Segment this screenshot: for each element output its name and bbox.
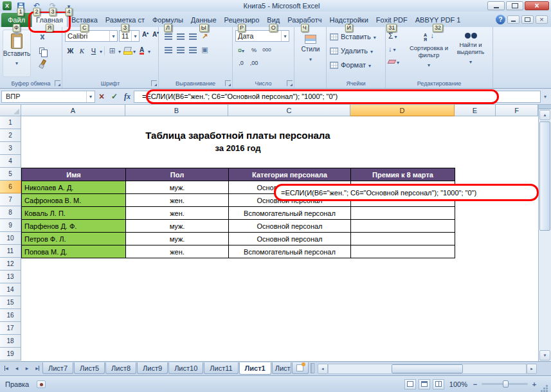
cell-a9[interactable]: Парфенов Д. Ф. — [22, 220, 126, 233]
zoom-thumb[interactable] — [503, 380, 509, 388]
cell-c6[interactable]: Основной персонал — [229, 181, 351, 194]
tab-review[interactable]: Рецензиро Р — [221, 13, 264, 27]
fill-color-dropdown-icon[interactable] — [133, 47, 136, 55]
sheet-title[interactable]: Таблица заработной платы персонала — [21, 129, 455, 142]
row-header-17[interactable]: 17 — [0, 322, 21, 335]
enter-button[interactable] — [108, 91, 121, 103]
cell-a11[interactable]: Попова М. Д. — [22, 245, 126, 258]
cell-b6[interactable]: муж. — [126, 181, 229, 194]
row-header-5[interactable]: 5 — [0, 168, 21, 181]
sheet-tab-partial[interactable]: Лист — [272, 362, 291, 374]
cell-d6[interactable] — [351, 181, 455, 194]
row-header-16[interactable]: 16 — [0, 309, 21, 322]
previous-sheet-button[interactable] — [12, 363, 22, 373]
row-header-19[interactable]: 19 — [0, 348, 21, 361]
sheet-tab-list8[interactable]: Лист8 — [105, 362, 136, 374]
insert-sheet-button[interactable] — [292, 362, 309, 374]
cell-c8[interactable]: Вспомогательный персонал — [229, 207, 351, 220]
row-header-15[interactable]: 15 — [0, 296, 21, 309]
font-color-dropdown-icon[interactable] — [148, 47, 150, 55]
row-header-2[interactable]: 2 — [0, 129, 21, 142]
insert-function-button[interactable]: fx — [121, 91, 134, 103]
cell-c10[interactable]: Основной персонал — [229, 233, 351, 245]
cell-d10[interactable] — [351, 233, 455, 245]
italic-button[interactable]: К — [77, 45, 87, 56]
sheet-tab-list9[interactable]: Лист9 — [137, 362, 168, 374]
workbook-restore-button[interactable] — [521, 15, 534, 24]
clear-button[interactable] — [388, 57, 399, 67]
horizontal-scrollbar[interactable] — [318, 363, 537, 374]
row-header-11[interactable]: 11 — [0, 245, 21, 258]
undo-button[interactable]: 2 — [30, 1, 44, 11]
chevron-down-icon[interactable] — [281, 31, 289, 41]
fill-color-button[interactable] — [122, 45, 132, 56]
currency-format-button[interactable]: ¤ — [235, 44, 247, 55]
sheet-tab-list5[interactable]: Лист5 — [74, 362, 105, 374]
workbook-close-button[interactable] — [536, 15, 548, 24]
font-name-combo[interactable]: Calibri — [65, 30, 118, 42]
horizontal-scroll-track[interactable] — [328, 364, 527, 374]
cell-d7[interactable] — [351, 194, 455, 207]
sheet-tab-list10[interactable]: Лист10 — [168, 362, 203, 374]
zoom-level[interactable]: 100% — [447, 380, 469, 388]
tab-abbyy-pdf[interactable]: ABBYY PDF 1 32 — [411, 13, 465, 27]
underline-button[interactable]: Ч — [88, 45, 99, 56]
bold-button[interactable]: Ж — [65, 45, 76, 56]
page-break-view-button[interactable] — [433, 379, 444, 389]
formula-input[interactable]: =ЕСЛИ(И(В6="жен."; С6="Основной персонал… — [134, 91, 541, 103]
cell-a7[interactable]: Сафронова В. М. — [22, 194, 126, 207]
cell-a8[interactable]: Коваль Л. П. — [22, 207, 126, 220]
close-button[interactable] — [525, 1, 549, 10]
increase-decimal-button[interactable]: ,0 — [235, 57, 247, 68]
cell-b7[interactable]: жен. — [126, 194, 229, 207]
autosum-button[interactable] — [388, 31, 399, 41]
redo-button[interactable]: 3 — [46, 1, 60, 11]
cell-a10[interactable]: Петров Ф. Л. — [22, 233, 126, 245]
borders-button[interactable] — [107, 45, 118, 56]
find-select-button[interactable]: Найти и выделить — [451, 33, 491, 65]
cut-button[interactable] — [35, 31, 49, 42]
cell-c7[interactable]: Основной персонал — [229, 194, 351, 207]
vertical-scrollbar[interactable] — [538, 105, 551, 361]
column-header-d[interactable]: D — [350, 105, 455, 116]
comma-format-button[interactable]: 000 — [261, 44, 273, 55]
zoom-out-button[interactable] — [471, 380, 479, 388]
format-painter-button[interactable] — [35, 58, 49, 69]
tab-addins[interactable]: Надстройки Й — [325, 13, 372, 27]
scroll-up-button[interactable] — [539, 110, 550, 120]
fill-button[interactable] — [388, 44, 399, 54]
cell-c9[interactable]: Основной персонал — [229, 220, 351, 233]
underline-dropdown-icon[interactable] — [100, 47, 102, 55]
header-cell-category[interactable]: Категория персонала — [229, 168, 351, 181]
merge-center-button[interactable] — [199, 44, 210, 55]
styles-button[interactable]: Стили — [296, 30, 325, 79]
row-header-13[interactable]: 13 — [0, 271, 21, 283]
column-header-e[interactable]: E — [455, 105, 496, 116]
row-header-8[interactable]: 8 — [0, 206, 21, 219]
column-header-a[interactable]: A — [21, 105, 125, 116]
next-sheet-button[interactable] — [22, 363, 32, 373]
grow-font-button[interactable]: А▴ — [141, 31, 150, 41]
row-header-14[interactable]: 14 — [0, 283, 21, 296]
align-center-button[interactable] — [175, 44, 186, 55]
tab-scrollbar-split-handle[interactable] — [311, 363, 314, 373]
row-header-12[interactable]: 12 — [0, 258, 21, 271]
tab-page-layout[interactable]: Разметка ст З — [102, 13, 149, 27]
decrease-decimal-button[interactable]: ,00 — [248, 57, 260, 68]
row-header-1[interactable]: 1 — [0, 116, 21, 129]
font-color-button[interactable]: А — [136, 45, 147, 56]
column-header-f[interactable]: F — [496, 105, 538, 116]
scroll-left-button[interactable] — [318, 364, 328, 374]
cell-b8[interactable]: жен. — [126, 207, 229, 220]
align-top-button[interactable] — [163, 31, 174, 42]
qat-customize-button[interactable]: 4 — [62, 1, 76, 11]
maximize-button[interactable] — [506, 1, 523, 10]
percent-format-button[interactable]: % — [248, 44, 260, 55]
cell-b10[interactable]: муж. — [126, 233, 229, 245]
format-cells-button[interactable]: Формат — [330, 59, 376, 71]
header-cell-bonus[interactable]: Премия к 8 марта — [351, 168, 455, 181]
cell-d9[interactable] — [351, 220, 455, 233]
cell-b11[interactable]: жен. — [126, 245, 229, 258]
tab-view[interactable]: Вид О — [263, 13, 284, 27]
vertical-scroll-thumb[interactable] — [539, 121, 550, 231]
